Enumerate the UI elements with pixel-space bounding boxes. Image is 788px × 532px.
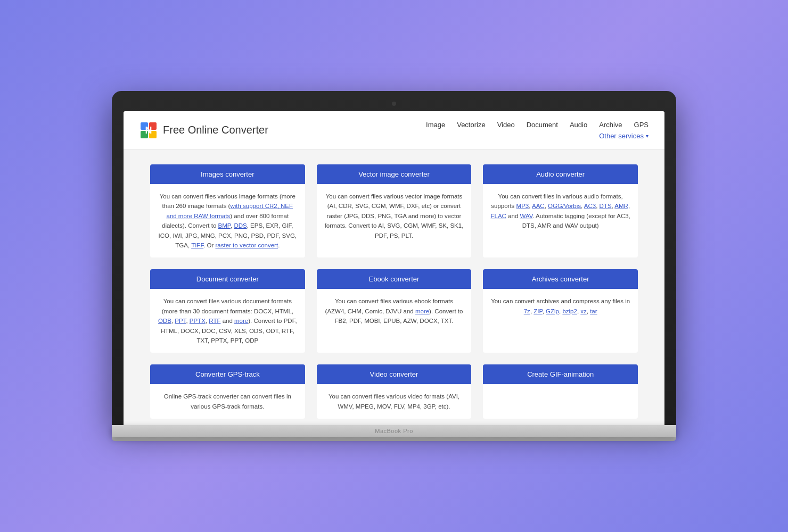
- images-converter-button[interactable]: Images converter: [150, 164, 305, 184]
- card-gif: Create GIF-animation: [483, 364, 638, 419]
- nav-top: Image Vectorize Video Document Audio Arc…: [426, 121, 649, 129]
- card-vector: Vector image converter You can convert f…: [317, 164, 472, 257]
- logo-text: Free Online Converter: [163, 124, 268, 136]
- dts-link[interactable]: DTS: [600, 203, 612, 209]
- nav-link-video[interactable]: Video: [497, 121, 515, 129]
- ac3-link[interactable]: AC3: [584, 203, 596, 209]
- header: N Free Online Converter Image Vectorize …: [124, 111, 664, 149]
- logo-area: N Free Online Converter: [139, 121, 426, 139]
- nav-link-document[interactable]: Document: [527, 121, 558, 129]
- ebook-more-link[interactable]: more: [415, 308, 429, 314]
- bmp-link[interactable]: BMP: [218, 222, 231, 229]
- nav-area: Image Vectorize Video Document Audio Arc…: [426, 121, 649, 140]
- tar-link[interactable]: tar: [590, 308, 597, 314]
- card-audio: Audio converter You can convert files in…: [483, 164, 638, 257]
- gif-converter-body: [483, 384, 638, 399]
- audio-converter-body: You can convert files in various audio f…: [483, 184, 638, 238]
- gps-converter-button[interactable]: Converter GPS-track: [150, 364, 305, 384]
- archives-converter-button[interactable]: Archives converter: [483, 269, 638, 289]
- document-converter-button[interactable]: Document converter: [150, 269, 305, 289]
- 7z-link[interactable]: 7z: [524, 308, 530, 314]
- logo-icon: N: [139, 121, 158, 139]
- nav-link-vectorize[interactable]: Vectorize: [457, 121, 485, 129]
- cards-grid: Images converter You can convert files v…: [150, 164, 638, 419]
- ebook-converter-button[interactable]: Ebook converter: [317, 269, 472, 289]
- laptop-foot: [112, 437, 676, 441]
- vector-converter-button[interactable]: Vector image converter: [317, 164, 472, 184]
- images-converter-body: You can convert files various image form…: [150, 184, 305, 257]
- aac-link[interactable]: AAC: [532, 203, 545, 209]
- card-document: Document converter You can convert files…: [150, 269, 305, 353]
- ppt-link[interactable]: PPT: [175, 318, 186, 324]
- gps-converter-body: Online GPS-track converter can convert f…: [150, 384, 305, 419]
- tiff-link[interactable]: TIFF: [191, 242, 203, 248]
- ogg-link[interactable]: OGG/Vorbis: [548, 203, 581, 209]
- raster-vector-link[interactable]: raster to vector convert: [216, 242, 278, 248]
- video-converter-button[interactable]: Video converter: [317, 364, 472, 384]
- nav-link-image[interactable]: Image: [426, 121, 445, 129]
- document-converter-body: You can convert files various document f…: [150, 289, 305, 353]
- more-link[interactable]: more: [234, 318, 248, 324]
- other-services-area: Other services ▾: [599, 132, 649, 140]
- video-converter-body: You can convert files various video form…: [317, 384, 472, 419]
- card-gps: Converter GPS-track Online GPS-track con…: [150, 364, 305, 419]
- odb-link[interactable]: ODB: [158, 318, 171, 324]
- card-images: Images converter You can convert files v…: [150, 164, 305, 257]
- other-services-link[interactable]: Other services: [599, 132, 644, 140]
- card-archives: Archives converter You can convert archi…: [483, 269, 638, 353]
- gif-converter-button[interactable]: Create GIF-animation: [483, 364, 638, 384]
- wav-link[interactable]: WAV: [520, 213, 532, 219]
- flac-link[interactable]: FLAC: [491, 213, 506, 219]
- audio-converter-button[interactable]: Audio converter: [483, 164, 638, 184]
- cr2-link[interactable]: with support CR2, NEF and more RAW forma…: [166, 203, 293, 219]
- archives-converter-body: You can convert archives and compress an…: [483, 289, 638, 323]
- svg-text:N: N: [145, 125, 152, 136]
- nav-link-gps[interactable]: GPS: [634, 121, 649, 129]
- zip-link[interactable]: ZIP: [533, 308, 542, 314]
- xz-link[interactable]: xz: [580, 308, 587, 314]
- pptx-link[interactable]: PPTX: [190, 318, 206, 324]
- card-ebook: Ebook converter You can convert files va…: [317, 269, 472, 353]
- nav-link-archive[interactable]: Archive: [599, 121, 622, 129]
- dds-link[interactable]: DDS: [234, 222, 247, 229]
- vector-converter-body: You can convert files various vector ima…: [317, 184, 472, 248]
- rtf-link[interactable]: RTF: [209, 318, 220, 324]
- main-content: Images converter You can convert files v…: [124, 149, 664, 425]
- laptop-model: MacBook Pro: [375, 428, 413, 434]
- nav-link-audio[interactable]: Audio: [570, 121, 587, 129]
- mp3-link[interactable]: MP3: [516, 203, 529, 209]
- amr-link[interactable]: AMR: [614, 203, 628, 209]
- chevron-down-icon: ▾: [646, 133, 649, 139]
- card-video: Video converter You can convert files va…: [317, 364, 472, 419]
- gzip-link[interactable]: GZip: [546, 308, 559, 314]
- ebook-converter-body: You can convert files various ebook form…: [317, 289, 472, 333]
- bzip2-link[interactable]: bzip2: [562, 308, 577, 314]
